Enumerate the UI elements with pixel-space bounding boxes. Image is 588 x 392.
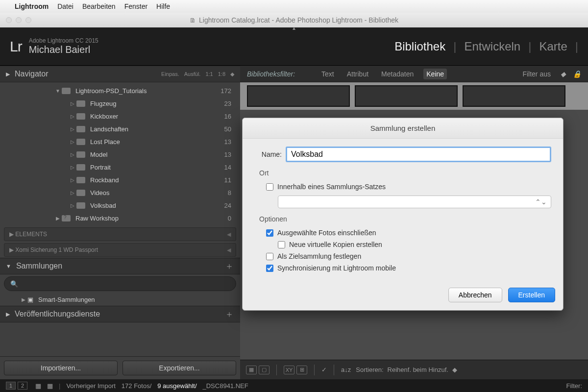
- filter-metadaten[interactable]: Metadaten: [378, 69, 416, 79]
- mac-menu-item[interactable]: Bearbeiten: [82, 2, 116, 10]
- folder-row-root[interactable]: ▼ Lightroom-PSD_Tutorials 172: [0, 84, 240, 97]
- compare-view-icon[interactable]: XY: [284, 366, 294, 374]
- identity-user: Michael Baierl: [29, 44, 98, 55]
- folder-row[interactable]: ▷Flugzeug23: [0, 97, 240, 110]
- triangle-down-icon[interactable]: ▼: [54, 88, 62, 94]
- inside-set-checkbox[interactable]: [266, 183, 273, 191]
- folder-icon: [76, 202, 85, 209]
- thumbnail[interactable]: [355, 85, 458, 107]
- import-button[interactable]: Importieren...: [4, 361, 118, 375]
- filter-off[interactable]: Filter aus: [519, 69, 554, 79]
- navigator-panel-header[interactable]: ▶ Navigator Einpas. Ausfül. 1:1 1:8 ◆: [0, 66, 240, 82]
- status-bar: 12 ▦ ▦ | Vorheriger Import 172 Fotos/ 9 …: [0, 379, 588, 392]
- triangle-right-icon[interactable]: ▷: [69, 139, 76, 145]
- include-photos-checkbox[interactable]: [266, 229, 273, 237]
- sammlungen-panel-header[interactable]: ▼ Sammlungen ＋: [0, 258, 240, 274]
- nav-fit[interactable]: Einpas.: [161, 71, 179, 77]
- plus-icon[interactable]: ＋: [224, 309, 234, 319]
- drive-panel-xomi[interactable]: ▶ Xomi Sicherung 1 WD Passport ◀: [4, 243, 236, 257]
- triangle-right-icon[interactable]: ▷: [69, 126, 76, 132]
- triangle-right-icon[interactable]: ▷: [69, 190, 76, 196]
- survey-view-icon[interactable]: ⊞: [296, 366, 307, 374]
- filter-attribut[interactable]: Attribut: [344, 69, 371, 79]
- collection-name-input[interactable]: [286, 147, 551, 162]
- grid-view-icon[interactable]: ▦: [246, 366, 257, 374]
- folder-row[interactable]: ▷Model13: [0, 148, 240, 161]
- lock-icon[interactable]: 🔒: [573, 70, 581, 78]
- triangle-right-icon[interactable]: ▶: [9, 231, 15, 238]
- ort-label: Ort: [259, 169, 551, 177]
- folder-row-raw[interactable]: ▶Raw Workshop0: [0, 212, 240, 224]
- folder-icon: [76, 139, 85, 145]
- chevron-updown-icon[interactable]: ◆: [452, 366, 457, 373]
- include-photos-label: Ausgewählte Fotos einschließen: [277, 229, 376, 237]
- filter-keine[interactable]: Keine: [423, 69, 447, 79]
- triangle-down-icon[interactable]: ▼: [6, 263, 11, 269]
- thumbnail[interactable]: [247, 85, 350, 107]
- chevron-updown-icon[interactable]: ◆: [561, 70, 566, 78]
- sort-value[interactable]: Reihenf. beim Hinzuf.: [388, 366, 448, 373]
- triangle-right-icon[interactable]: ▶: [6, 311, 10, 318]
- folder-row[interactable]: ▷Kickboxer16: [0, 110, 240, 122]
- folder-row[interactable]: ▷Volksbad24: [0, 199, 240, 212]
- drive-panel-elements[interactable]: ▶ ELEMENTS ◀: [4, 227, 236, 241]
- folder-icon: [76, 151, 85, 158]
- mac-menu-item[interactable]: Datei: [57, 2, 74, 10]
- smart-collections-row[interactable]: ▶ ▣ Smart-Sammlungen: [0, 293, 240, 306]
- folder-row[interactable]: ▷Rockband11: [0, 173, 240, 186]
- triangle-right-icon[interactable]: ▷: [69, 203, 76, 208]
- triangle-right-icon[interactable]: ▷: [69, 101, 76, 106]
- folder-row[interactable]: ▷Lost Place13: [0, 135, 240, 148]
- triangle-right-icon[interactable]: ▷: [69, 152, 76, 157]
- grid-small-icon[interactable]: ▦: [35, 382, 41, 390]
- triangle-right-icon[interactable]: ▷: [69, 165, 76, 170]
- module-entwickeln[interactable]: Entwickeln: [464, 40, 520, 53]
- triangle-right-icon[interactable]: ▷: [69, 177, 76, 183]
- collection-set-select[interactable]: ⌃⌄: [278, 196, 551, 208]
- status-selected: 9 ausgewählt/: [157, 382, 196, 390]
- status-fotos: 172 Fotos/: [122, 382, 151, 390]
- mac-menu-app[interactable]: Lightroom: [15, 2, 49, 10]
- folder-row[interactable]: ▷Videos8: [0, 186, 240, 199]
- painter-icon[interactable]: ✓: [321, 366, 327, 373]
- secondary-display[interactable]: 12: [6, 382, 29, 390]
- publish-panel-header[interactable]: ▶ Veröffentlichungsdienste ＋: [0, 306, 240, 322]
- triangle-right-icon[interactable]: ▶: [6, 71, 10, 77]
- panel-disclosure-icon[interactable]: ▴: [293, 24, 295, 31]
- export-button[interactable]: Exportieren...: [122, 361, 236, 375]
- chevron-left-icon[interactable]: ◀: [227, 231, 231, 238]
- virtual-copies-checkbox[interactable]: [278, 241, 285, 248]
- triangle-right-icon[interactable]: ▶: [9, 246, 15, 253]
- triangle-right-icon[interactable]: ▶: [54, 216, 62, 221]
- plus-icon[interactable]: ＋: [224, 261, 234, 271]
- nav-1to1[interactable]: 1:1: [205, 71, 213, 77]
- traffic-lights[interactable]: [0, 17, 31, 23]
- module-karte[interactable]: Karte: [539, 40, 567, 53]
- chevron-updown-icon[interactable]: ◆: [230, 71, 234, 77]
- mac-menu-bar[interactable]: Lightroom Datei Bearbeiten Fenster Hilfe: [0, 0, 588, 13]
- thumbnail[interactable]: [463, 85, 565, 107]
- lightroom-logo: Lr: [10, 38, 22, 55]
- loupe-view-icon[interactable]: ▢: [259, 366, 270, 374]
- module-bibliothek[interactable]: Bibliothek: [394, 40, 445, 53]
- mac-menu-item[interactable]: Fenster: [124, 2, 147, 10]
- folder-row[interactable]: ▷Portrait14: [0, 161, 240, 173]
- collections-search[interactable]: 🔍: [4, 276, 236, 291]
- sort-label: Sortieren:: [356, 366, 383, 373]
- folder-row[interactable]: ▷Landschaften50: [0, 122, 240, 135]
- create-button[interactable]: Erstellen: [508, 288, 555, 302]
- nav-fill[interactable]: Ausfül.: [184, 71, 201, 77]
- filter-text[interactable]: Text: [318, 69, 337, 79]
- sync-mobile-checkbox[interactable]: [266, 265, 273, 272]
- triangle-right-icon[interactable]: ▷: [69, 114, 76, 119]
- mac-menu-item[interactable]: Hilfe: [156, 2, 170, 10]
- triangle-right-icon[interactable]: ▶: [20, 297, 27, 302]
- thumbnail-strip: [240, 82, 588, 110]
- folder-icon: [62, 88, 71, 94]
- nav-ratio[interactable]: 1:8: [218, 71, 225, 77]
- chevron-left-icon[interactable]: ◀: [227, 247, 231, 253]
- target-collection-checkbox[interactable]: [266, 253, 273, 260]
- grid-large-icon[interactable]: ▦: [47, 382, 53, 390]
- sort-direction-icon[interactable]: a↓z: [341, 366, 351, 373]
- cancel-button[interactable]: Abbrechen: [448, 288, 502, 302]
